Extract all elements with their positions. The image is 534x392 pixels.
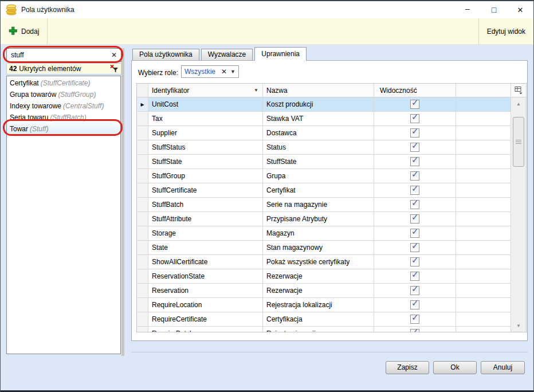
cell-name: Certyfikacja [263,312,374,326]
splitter-handle[interactable] [121,48,124,356]
list-item[interactable]: Indexy towarowe(CentralStuff) [7,100,120,112]
vertical-scrollbar[interactable]: ▲ ▼ [511,84,526,332]
table-row[interactable]: StuffBatch Serie na magazynie ✓ [137,198,511,212]
table-row[interactable]: State Stan magazynowy ✓ [137,241,511,255]
visibility-checkbox[interactable]: ✓ [410,272,419,281]
dialog-window: Pola użytkownika – □ ✕ Dodaj Edytuj wido… [0,0,534,392]
role-combobox[interactable]: Wszystkie ✕ ▼ [181,65,239,78]
visibility-checkbox[interactable]: ✓ [410,143,419,152]
table-row[interactable]: StuffCertificate Certyfikat ✓ [137,183,511,198]
scroll-down-icon[interactable]: ▼ [511,323,526,328]
cell-visibility: ✓ [374,312,456,326]
search-input[interactable]: stuff ✕ [6,48,121,62]
header-visibility[interactable]: Widoczność [374,84,456,97]
table-row[interactable]: StuffAttribute Przypisane Atrybuty ✓ [137,212,511,226]
edit-view-button[interactable]: Edytuj widok [479,18,533,44]
row-indicator-cell [137,198,148,211]
cell-visibility: ✓ [374,298,456,312]
table-row[interactable]: StuffState StuffState ✓ [137,155,511,169]
cell-identifier: RequireLocation [148,298,263,312]
current-row-arrow-icon: ▶ [140,102,144,107]
visibility-checkbox[interactable]: ✓ [410,229,419,238]
add-button[interactable]: Dodaj [1,18,47,44]
check-icon: ✓ [411,313,419,322]
table-row[interactable]: RequireBatch Rejestracja serii ✓ [137,327,511,332]
search-clear-icon[interactable]: ✕ [111,51,117,59]
visibility-checkbox[interactable]: ✓ [410,171,419,181]
cell-visibility: ✓ [374,269,456,283]
save-button[interactable]: Zapisz [386,361,429,374]
table-row[interactable]: ▶ UnitCost Koszt produkcji ✓ [137,97,511,112]
table-row[interactable]: RequireCertificate Certyfikacja ✓ [137,312,511,327]
visibility-checkbox[interactable]: ✓ [410,128,419,138]
visibility-checkbox[interactable]: ✓ [410,257,419,266]
cell-visibility: ✓ [374,241,456,254]
table-row[interactable]: StuffStatus Status ✓ [137,140,511,155]
cell-empty [456,241,511,254]
table-row[interactable]: Reservation Rezerwacje ✓ [137,284,511,298]
check-icon: ✓ [411,98,419,107]
visibility-checkbox[interactable]: ✓ [410,243,419,252]
cell-visibility: ✓ [374,198,456,211]
header-identifier[interactable]: Identyfikator ▼ [148,84,263,97]
clear-filter-icon[interactable] [109,64,119,73]
cell-empty [456,112,511,126]
table-row[interactable]: StuffGroup Grupa ✓ [137,169,511,183]
visibility-checkbox[interactable]: ✓ [410,100,419,109]
visibility-checkbox[interactable]: ✓ [410,186,419,195]
visibility-checkbox[interactable]: ✓ [410,300,419,309]
row-indicator-cell [137,183,148,197]
tab-uprawnienia[interactable]: Uprawnienia [254,47,307,61]
cell-visibility: ✓ [374,284,456,297]
toolbar-spacer [48,18,478,44]
list-item[interactable]: Grupa towarów(StuffGroup) [7,89,120,100]
list-item[interactable]: Certyfikat(StuffCertificate) [7,77,120,89]
tab-strip: Pola użytkownika Wyzwalacze Uprawnienia [132,47,308,61]
scrollbar-thumb[interactable] [513,117,524,167]
scroll-up-icon[interactable]: ▲ [511,101,526,107]
visibility-checkbox[interactable]: ✓ [410,286,419,295]
check-icon: ✓ [411,112,419,121]
cell-identifier: State [148,241,263,254]
column-chooser-button[interactable] [511,84,526,97]
check-icon: ✓ [411,155,419,164]
cell-empty [456,327,511,332]
permissions-tab-page: Wybierz role: Wszystkie ✕ ▼ Identyfikato… [131,60,528,341]
table-row[interactable]: Tax Stawka VAT ✓ [137,112,511,126]
visibility-checkbox[interactable]: ✓ [410,315,419,324]
list-item[interactable]: Towar(Stuff) [7,123,120,135]
close-button[interactable]: ✕ [507,1,533,18]
tab-wyzwalacze[interactable]: Wyzwalacze [201,49,253,60]
list-item-type: (CentralStuff) [63,102,104,110]
cell-identifier: StuffCertificate [148,183,263,197]
table-row[interactable]: Storage Magazyn ✓ [137,226,511,241]
table-row[interactable]: ShowAllCertificate Pokaż wszystkie certy… [137,255,511,269]
tab-pola-uzytkownika[interactable]: Pola użytkownika [132,49,199,60]
check-icon: ✓ [411,127,419,135]
hidden-elements-count: 42 [9,65,17,73]
visibility-checkbox[interactable]: ✓ [410,114,419,123]
visibility-checkbox[interactable]: ✓ [410,214,419,224]
combo-clear-icon[interactable]: ✕ [221,68,227,76]
list-item[interactable]: Seria towaru(StuffBatch) [7,112,120,123]
header-name[interactable]: Nazwa [263,84,374,97]
edit-view-label: Edytuj widok [487,28,525,36]
table-row[interactable]: RequireLocation Rejestracja lokalizacji … [137,298,511,312]
row-indicator-cell [137,284,148,297]
cell-empty [456,126,511,140]
chevron-down-icon[interactable]: ▼ [230,69,235,75]
cell-visibility: ✓ [374,155,456,168]
maximize-button[interactable]: □ [481,1,507,18]
minimize-button[interactable]: – [454,1,481,18]
cell-visibility: ✓ [374,169,456,183]
visibility-checkbox[interactable]: ✓ [410,200,419,209]
cancel-button[interactable]: Anuluj [481,361,525,374]
ok-button[interactable]: Ok [433,361,477,374]
table-row[interactable]: Supplier Dostawca ✓ [137,126,511,140]
cell-identifier: Reservation [148,284,263,297]
visibility-checkbox[interactable]: ✓ [410,329,419,332]
check-icon: ✓ [411,241,419,250]
visibility-checkbox[interactable]: ✓ [410,157,419,166]
cell-identifier: Supplier [148,126,263,140]
table-row[interactable]: ReservationState Rezerwacje ✓ [137,269,511,284]
